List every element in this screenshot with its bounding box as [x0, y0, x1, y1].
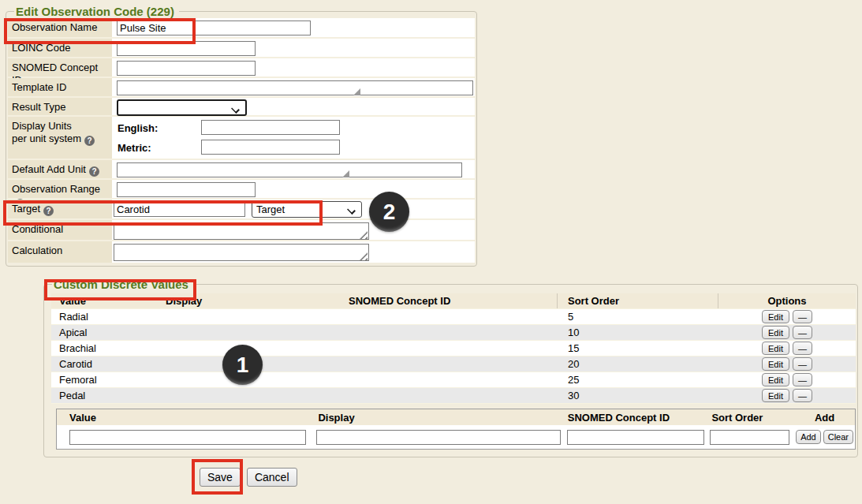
custom-discrete-values-title: Custom Discrete Values	[52, 278, 193, 291]
table-row: Carotid 20 Edit —	[51, 357, 856, 372]
conditional-label: Conditional	[8, 220, 112, 240]
default-add-unit-label-text: Default Add Unit	[12, 163, 86, 175]
table-row: Pedal 30 Edit —	[51, 388, 856, 404]
step-badge-2: 2	[369, 192, 409, 232]
remove-button[interactable]: —	[793, 310, 812, 323]
edit-button[interactable]: Edit	[762, 310, 789, 323]
add-discrete-value-block: Value Display SNOMED Concept ID Sort Ord…	[56, 409, 856, 450]
cell-value: Femoral	[51, 374, 166, 386]
col-header-snomed: SNOMED Concept ID	[349, 293, 558, 308]
col-header-display: Display	[166, 295, 349, 307]
custom-discrete-values-section: Custom Discrete Values Value Display SNO…	[43, 278, 858, 457]
cell-sort-order: 10	[558, 327, 718, 338]
target-help-icon[interactable]: ?	[43, 206, 54, 216]
default-add-unit-help-icon[interactable]: ?	[89, 166, 99, 177]
remove-button[interactable]: —	[793, 342, 812, 355]
cell-sort-order: 15	[558, 342, 718, 354]
observation-range-input[interactable]	[117, 182, 256, 197]
default-add-unit-input[interactable]	[117, 162, 462, 177]
loinc-code-input[interactable]	[117, 41, 256, 56]
add-col-header-display: Display	[313, 412, 563, 424]
remove-button[interactable]: —	[793, 357, 812, 371]
step-badge-1: 1	[222, 345, 263, 385]
metric-units-label: Metric:	[118, 142, 151, 154]
footer-actions: Save Cancel	[200, 468, 297, 487]
row-calculation: Calculation	[8, 241, 475, 263]
row-default-add-unit: Default Add Unit?	[8, 160, 475, 180]
discrete-values-header-row: Value Display SNOMED Concept ID Sort Ord…	[51, 293, 856, 309]
display-units-label-line2: per unit system	[12, 133, 81, 144]
cell-value: Apical	[51, 327, 166, 338]
edit-button[interactable]: Edit	[762, 357, 789, 371]
remove-button[interactable]: —	[793, 389, 812, 402]
edit-observation-code-title: Edit Observation Code (229)	[14, 5, 179, 18]
col-header-sort-order: Sort Order	[558, 293, 718, 308]
add-col-header-snomed: SNOMED Concept ID	[564, 412, 707, 424]
add-row-inputs: Add Clear	[57, 425, 855, 449]
chevron-down-icon	[348, 207, 354, 213]
row-loinc-code: LOINC Code	[8, 39, 475, 58]
save-button[interactable]: Save	[200, 468, 241, 487]
page: Edit Observation Code (229) Observation …	[0, 0, 862, 504]
template-id-input[interactable]	[117, 80, 473, 95]
cancel-button[interactable]: Cancel	[247, 468, 297, 487]
display-units-help-icon[interactable]: ?	[84, 136, 95, 146]
metric-units-input[interactable]	[201, 140, 340, 155]
edit-observation-code-section: Edit Observation Code (229) Observation …	[6, 5, 477, 267]
english-units-label: English:	[118, 122, 158, 134]
result-type-label: Result Type	[8, 98, 112, 115]
loinc-code-label: LOINC Code	[8, 39, 112, 57]
add-row-header: Value Display SNOMED Concept ID Sort Ord…	[57, 409, 855, 425]
clear-button[interactable]: Clear	[823, 430, 853, 444]
observation-name-label: Observation Name	[8, 18, 112, 37]
add-display-input[interactable]	[316, 430, 561, 445]
table-row: Femoral 25 Edit —	[51, 372, 856, 388]
row-snomed-concept-id: SNOMED Concept ID	[8, 58, 475, 78]
row-observation-name: Observation Name	[8, 18, 475, 39]
target-type-select[interactable]: Target	[252, 201, 362, 218]
cell-sort-order: 5	[558, 311, 718, 323]
display-units-label: Display Units per unit system?	[8, 117, 112, 159]
english-units-input[interactable]	[201, 120, 340, 135]
template-id-label: Template ID	[8, 78, 112, 96]
target-label: Target?	[8, 200, 112, 218]
add-col-header-value: Value	[57, 412, 313, 424]
observation-name-input[interactable]	[117, 21, 311, 35]
discrete-values-table: Value Display SNOMED Concept ID Sort Ord…	[51, 293, 856, 404]
row-result-type: Result Type	[8, 98, 475, 117]
target-label-text: Target	[12, 203, 40, 215]
add-snomed-input[interactable]	[567, 430, 704, 445]
cell-value: Pedal	[51, 390, 166, 401]
remove-button[interactable]: —	[793, 326, 812, 339]
remove-button[interactable]: —	[793, 373, 812, 386]
display-units-label-line1: Display Units	[12, 120, 72, 132]
add-sort-order-input[interactable]	[710, 430, 789, 445]
conditional-textarea[interactable]	[114, 222, 369, 240]
add-col-header-add: Add	[794, 412, 855, 424]
target-value-input[interactable]	[114, 202, 245, 217]
calculation-textarea[interactable]	[114, 244, 369, 261]
observation-range-label-text: Observation Range	[12, 183, 100, 195]
cell-sort-order: 30	[558, 390, 718, 401]
edit-button[interactable]: Edit	[762, 373, 789, 386]
col-header-value: Value	[51, 295, 166, 307]
row-observation-range: Observation Range?	[8, 180, 475, 200]
table-row: Brachial 15 Edit —	[51, 341, 856, 357]
result-type-select[interactable]	[117, 99, 247, 116]
snomed-concept-id-input[interactable]	[117, 61, 256, 76]
cell-sort-order: 20	[558, 358, 718, 370]
edit-button[interactable]: Edit	[762, 326, 789, 339]
edit-button[interactable]: Edit	[762, 389, 789, 402]
edit-button[interactable]: Edit	[762, 342, 789, 355]
target-type-select-value: Target	[256, 203, 285, 215]
snomed-concept-id-label: SNOMED Concept ID	[8, 58, 112, 77]
observation-range-label: Observation Range?	[8, 180, 112, 198]
cell-value: Radial	[51, 311, 166, 323]
add-value-input[interactable]	[69, 430, 306, 445]
row-template-id: Template ID	[8, 78, 475, 98]
col-header-options: Options	[718, 295, 856, 307]
default-add-unit-label: Default Add Unit?	[8, 160, 112, 178]
add-button[interactable]: Add	[796, 430, 821, 444]
calculation-label: Calculation	[8, 241, 112, 263]
table-row: Radial 5 Edit —	[51, 309, 856, 325]
